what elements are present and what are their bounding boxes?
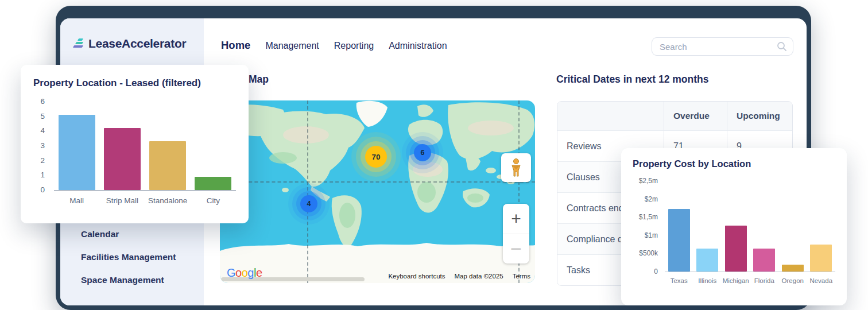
nav-management[interactable]: Management [265, 41, 319, 51]
search-icon [777, 41, 787, 52]
map-equator-line [220, 181, 535, 183]
property-location-chart-card: Property Location - Leased (filtered) 65… [21, 65, 249, 223]
bar-mall [59, 115, 95, 190]
x-tick-label: Florida [750, 277, 779, 284]
map-section-title: Map [249, 73, 269, 86]
logo[interactable]: LeaseAccelerator [73, 37, 186, 51]
plot-area [665, 181, 835, 272]
leaseaccelerator-logo-icon [73, 37, 84, 50]
x-tick-label: Mall [54, 196, 99, 205]
map-attribution: Keyboard shortcuts Map data ©2025 Terms [388, 273, 530, 280]
property-cost-chart-card: Property Cost by Location $2,5m$2m$1,5m$… [621, 148, 847, 305]
x-tick-label: Texas [665, 277, 693, 284]
bar-florida [753, 249, 775, 272]
header-cell-empty [557, 102, 664, 130]
sidebar-item-calendar[interactable]: Calendar [60, 223, 204, 246]
keyboard-shortcuts-link[interactable]: Keyboard shortcuts [388, 273, 445, 280]
x-axis-labels: TexasIllinoisMichiganFloridaOregonNevada [665, 277, 835, 284]
property-cost-bar-chart: $2,5m$2m$1,5m$1m$500k0 TexasIllinoisMich… [633, 181, 835, 284]
chart-title: Property Location - Leased (filtered) [33, 78, 236, 89]
bar-texas [668, 209, 690, 272]
table-header-row: Overdue Upcoming [557, 102, 792, 130]
google-logo-letter: o [242, 266, 248, 279]
chart-title: Property Cost by Location [633, 158, 835, 169]
nav-reporting[interactable]: Reporting [334, 41, 374, 51]
x-tick-label: Strip Mall [99, 196, 145, 205]
map-zoom-control: + − [503, 204, 529, 264]
terms-link[interactable]: Terms [513, 273, 530, 280]
header-cell-overdue: Overdue [664, 102, 727, 130]
zoom-out-button[interactable]: − [503, 234, 529, 264]
x-tick-label: Michigan [722, 277, 750, 284]
bar-illinois [696, 249, 718, 272]
x-tick-label: Standalone [145, 196, 191, 205]
sidebar-item-space-management[interactable]: Space Management [60, 269, 204, 292]
header-cell-upcoming: Upcoming [727, 102, 792, 130]
sidebar-item-facilities-management[interactable]: Facilities Management [60, 246, 204, 269]
x-tick-label: Illinois [693, 277, 722, 284]
page: LeaseAccelerator Calendar Facilities Man… [0, 0, 868, 310]
map-continents [220, 100, 535, 283]
google-logo-letter: e [256, 266, 262, 279]
map-cluster-marker-4[interactable]: 4 [300, 195, 317, 212]
nav-home[interactable]: Home [221, 39, 250, 52]
map-cluster-marker-6[interactable]: 6 [414, 144, 431, 161]
map-boundary-line [307, 100, 308, 283]
pegman-icon [509, 158, 524, 177]
google-logo[interactable]: Google [227, 266, 262, 280]
critical-dates-title: Critical Dates in next 12 months [556, 73, 709, 86]
sidebar-menu: Calendar Facilities Management Space Man… [60, 223, 204, 292]
google-logo-letter: g [247, 266, 254, 279]
logo-text: LeaseAccelerator [88, 37, 186, 51]
search-box[interactable] [652, 37, 793, 56]
y-axis: $2,5m$2m$1,5m$1m$500k0 [633, 181, 658, 272]
bar-michigan [725, 226, 747, 272]
bar-strip-mall [104, 128, 141, 190]
bar-nevada [810, 245, 832, 272]
y-axis: 6543210 [33, 102, 45, 190]
property-location-bar-chart: 6543210 MallStrip MallStandaloneCity [33, 102, 236, 205]
x-tick-label: Nevada [807, 277, 836, 284]
map-cluster-marker-70[interactable]: 70 [365, 146, 387, 168]
x-tick-label: City [191, 196, 236, 205]
x-axis-labels: MallStrip MallStandaloneCity [54, 196, 236, 205]
bar-city [195, 177, 231, 190]
google-logo-letter: G [227, 266, 235, 279]
map-data-label: Map data ©2025 [454, 273, 503, 280]
zoom-in-button[interactable]: + [503, 204, 529, 234]
street-view-pegman-control[interactable] [501, 153, 531, 182]
plot-area [54, 102, 236, 191]
nav-administration[interactable]: Administration [389, 41, 447, 51]
search-input[interactable] [658, 41, 777, 52]
google-logo-letter: o [235, 266, 242, 279]
world-map[interactable]: 70 6 4 + − Google Keyboard shortcuts Map… [220, 100, 535, 283]
bar-standalone [149, 141, 186, 190]
x-tick-label: Oregon [778, 277, 807, 284]
bar-oregon [782, 265, 804, 272]
top-nav: Home Management Reporting Administration [221, 39, 447, 52]
